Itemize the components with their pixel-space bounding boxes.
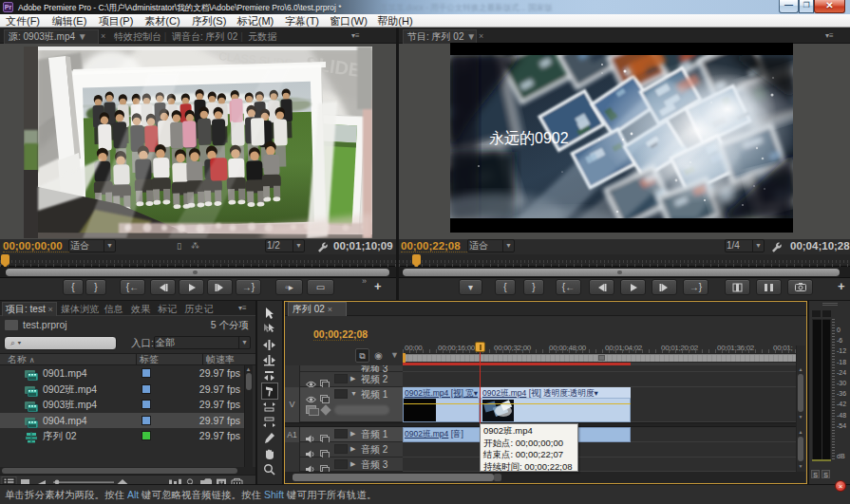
svg-text:永远的0902: 永远的0902 xyxy=(489,130,569,146)
